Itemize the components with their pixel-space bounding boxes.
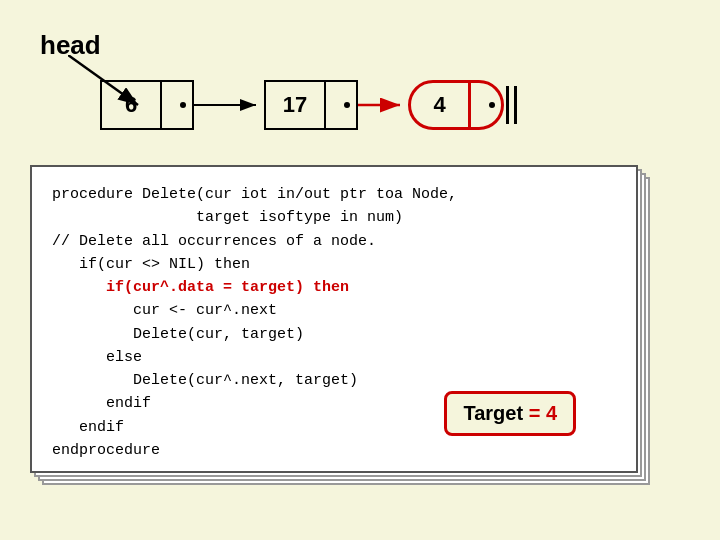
node-value-17: 17 (266, 82, 326, 128)
node-17: 17 (264, 80, 358, 130)
code-line-6: cur <- cur^.next (52, 299, 616, 322)
arrow-6-17 (194, 95, 264, 115)
arrow-17-4 (358, 95, 408, 115)
node-value-4: 4 (411, 83, 471, 127)
code-line-2: target isoftype in num) (52, 206, 616, 229)
svg-line-1 (68, 55, 138, 105)
node-4: 4 (408, 80, 504, 130)
target-equals: = 4 (529, 402, 557, 424)
head-arrow (68, 55, 148, 110)
code-line-12: endprocedure (52, 439, 616, 462)
code-highlighted: if(cur^.data = target) then (106, 279, 349, 296)
terminator (506, 80, 517, 130)
code-line-7: Delete(cur, target) (52, 323, 616, 346)
target-badge: Target = 4 (444, 391, 576, 436)
code-line-8: else (52, 346, 616, 369)
code-line-9: Delete(cur^.next, target) (52, 369, 616, 392)
node-pointer-6 (162, 82, 192, 128)
code-line-5: if(cur^.data = target) then (52, 276, 616, 299)
main-container: head 6 (0, 0, 720, 540)
node-pointer-4 (471, 83, 501, 127)
linked-list: 6 17 (100, 80, 517, 130)
code-panel: procedure Delete(cur iot in/out ptr toa … (30, 165, 638, 473)
node-box-17: 17 (264, 80, 358, 130)
code-line-3: // Delete all occurrences of a node. (52, 230, 616, 253)
paper-stack: procedure Delete(cur iot in/out ptr toa … (30, 165, 650, 473)
node-box-4: 4 (408, 80, 504, 130)
node-pointer-17 (326, 82, 356, 128)
code-line-1: procedure Delete(cur iot in/out ptr toa … (52, 183, 616, 206)
code-line-4: if(cur <> NIL) then (52, 253, 616, 276)
